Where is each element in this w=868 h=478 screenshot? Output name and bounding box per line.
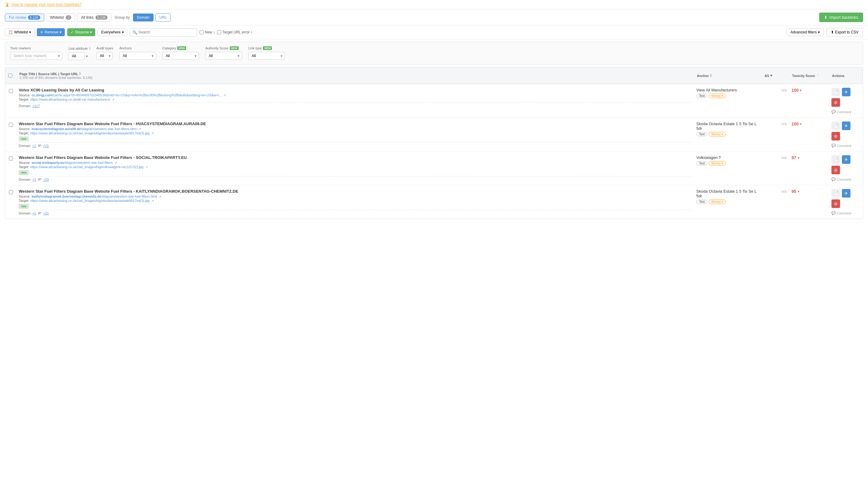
comment-link[interactable]: 💬 Comment: [832, 144, 851, 147]
chevron-down-icon: ▾: [818, 30, 820, 34]
comment-link[interactable]: 💬 Comment: [832, 110, 851, 114]
domain-link[interactable]: +1: [32, 144, 36, 147]
whitelist-button[interactable]: 📋 Whitelist ▾: [5, 28, 34, 36]
money-badge[interactable]: Money ▾: [709, 161, 726, 166]
tip-link[interactable]: 💡 How to manage your most toxic backlink…: [5, 2, 82, 7]
export-csv-button[interactable]: ⬆ Export to CSV: [826, 28, 863, 36]
link-attribute-label: Link attribute ℹ: [68, 46, 90, 50]
disavow-action-button[interactable]: ⊘: [832, 132, 840, 140]
domain-link[interactable]: +1: [32, 211, 36, 215]
category-select-wrap: All: [162, 52, 199, 60]
target-line: Target: https://www.allcarleasing.co.uk/…: [19, 98, 691, 101]
copy-action-button[interactable]: 📄: [832, 122, 840, 130]
ip-link[interactable]: +23: [43, 178, 49, 181]
whitelist-action-button[interactable]: ✈: [842, 88, 850, 96]
category-select[interactable]: All: [162, 52, 199, 60]
disavow-button[interactable]: ✓ Disavow ▾: [67, 28, 95, 36]
external-link-icon[interactable]: ↗: [115, 161, 117, 165]
table-row: Western Star Fuel Filters Diagram Base W…: [5, 151, 863, 185]
target-url-link[interactable]: https://www.allcarleasing.co.uk/cad_imag…: [30, 131, 150, 135]
disavow-action-button[interactable]: ⊘: [832, 199, 840, 208]
target-url-link[interactable]: https://www.allcarleasing.co.uk/cad_imag…: [30, 199, 150, 203]
anchor-badges: TextMoney ▾: [696, 94, 759, 98]
external-link-icon[interactable]: ↗: [159, 195, 161, 198]
external-link-icon[interactable]: ↗: [112, 98, 114, 101]
header-as[interactable]: AS ▾: [762, 72, 789, 79]
tab-whitelist[interactable]: Whitelist 0: [46, 13, 75, 22]
row-page-content: Volvo XC90 Leasing Deals by All Car Leas…: [16, 84, 694, 111]
target-url-error-checkbox[interactable]: [217, 30, 221, 34]
tab-for-review[interactable]: For review 5,126: [5, 13, 44, 22]
comment-link[interactable]: 💬 Comment: [832, 177, 851, 181]
whitelist-action-button[interactable]: ✈: [842, 155, 850, 164]
disavow-action-button[interactable]: ⊘: [832, 166, 840, 174]
row-checkbox-cell: [5, 118, 16, 132]
page-title: Western Star Fuel Filters Diagram Base W…: [19, 189, 691, 194]
external-link-icon[interactable]: ↗: [145, 165, 148, 169]
group-by-url-btn[interactable]: URL: [155, 13, 171, 22]
link-type-select[interactable]: All: [248, 52, 285, 60]
text-badge: Text: [696, 199, 707, 204]
row-checkbox-cell: [5, 185, 16, 199]
domain-link[interactable]: +1: [32, 178, 36, 181]
select-all-checkbox[interactable]: [8, 74, 12, 78]
whitelist-action-button[interactable]: ✈: [842, 189, 850, 198]
external-link-icon[interactable]: ↗: [223, 94, 226, 97]
search-input[interactable]: [138, 30, 194, 34]
category-new-badge: NEW: [177, 46, 186, 50]
authority-score-select[interactable]: All: [205, 52, 242, 60]
source-url-link[interactable]: cc.bingj.com/cache.aspx?d=48344557019465…: [32, 93, 222, 97]
target-url-link[interactable]: https://www.allcarleasing.co.uk/all-car-…: [30, 98, 110, 101]
disavow-action-button[interactable]: ⊘: [832, 98, 840, 107]
chevron-down-icon: ▾: [721, 133, 723, 136]
remove-button[interactable]: ✈ Remove ▾: [37, 28, 65, 36]
group-by-domain-btn[interactable]: Domain: [133, 13, 154, 22]
toxicity-chevron-icon[interactable]: ▾: [798, 156, 800, 160]
comment-link[interactable]: 💬 Comment: [832, 211, 851, 215]
toxicity-chevron-icon[interactable]: ▾: [800, 88, 802, 92]
target-label: Target:: [19, 131, 29, 135]
row-as: n/a: [762, 185, 789, 197]
ip-link[interactable]: +21: [43, 144, 49, 147]
anchors-select[interactable]: All: [119, 52, 156, 60]
advanced-filters-button[interactable]: Advanced filters ▾: [786, 28, 824, 36]
source-url-link[interactable]: social.troikaparty.eu/diagram/western-st…: [32, 161, 113, 165]
source-url-link[interactable]: kaitlynndiagramok.boersentag-chemnitz.de…: [32, 195, 157, 198]
ip-link[interactable]: +21: [43, 211, 49, 215]
money-badge[interactable]: Money ▾: [709, 94, 726, 98]
money-badge[interactable]: Money ▾: [709, 199, 726, 204]
tab-all-links[interactable]: All links 5,126: [77, 13, 112, 22]
location-dropdown[interactable]: Everywhere ▾: [98, 28, 127, 36]
new-badge: new: [19, 204, 29, 209]
source-url-link[interactable]: hvacsystemdiagram.aura09.de/diagram/west…: [32, 127, 137, 131]
money-badge[interactable]: Money ▾: [709, 132, 726, 137]
whitelist-action-button[interactable]: ✈: [842, 122, 850, 130]
source-line: Source: social.troikaparty.eu/diagram/we…: [19, 161, 691, 165]
toxic-markers-select[interactable]: Select toxic markers: [10, 52, 62, 60]
as-value: n/a: [781, 156, 786, 160]
import-backlinks-button[interactable]: ⬇ Import backlinks: [819, 12, 863, 22]
copy-action-button[interactable]: 📄: [832, 189, 840, 198]
domain-link[interactable]: +117: [32, 104, 40, 108]
new-checkbox[interactable]: [199, 30, 204, 34]
row-checkbox[interactable]: [9, 157, 13, 161]
row-checkbox[interactable]: [9, 123, 13, 127]
toxicity-chevron-icon[interactable]: ▾: [800, 122, 802, 126]
copy-action-button[interactable]: 📄: [832, 155, 840, 164]
row-checkbox[interactable]: [9, 190, 13, 194]
external-link-icon[interactable]: ↗: [151, 199, 154, 203]
row-checkbox-cell: [5, 151, 16, 165]
toxicity-value: 97: [792, 155, 797, 160]
row-checkbox[interactable]: [9, 89, 13, 93]
external-link-icon[interactable]: ↗: [138, 127, 141, 131]
target-line: Target: https://www.allcarleasing.co.uk/…: [19, 199, 691, 203]
link-attribute-select[interactable]: All: [68, 52, 85, 60]
toxicity-chevron-icon[interactable]: ▾: [798, 190, 800, 194]
target-url-error-checkbox-wrap: Target URL error ℹ: [217, 30, 252, 34]
external-link-icon[interactable]: ↗: [151, 132, 154, 135]
copy-action-button[interactable]: 📄: [832, 88, 840, 96]
target-url-link[interactable]: https://www.allcarleasing.co.uk/cad_imag…: [30, 165, 144, 169]
source-line: Source: cc.bingj.com/cache.aspx?d=483445…: [19, 93, 691, 97]
source-label: Source:: [19, 93, 30, 97]
audit-types-select[interactable]: All: [96, 52, 113, 60]
